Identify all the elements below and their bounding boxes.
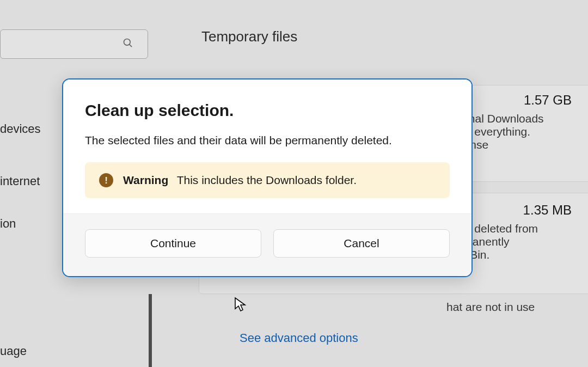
dialog-footer: Continue Cancel [63,213,471,276]
warning-icon: ! [99,173,113,187]
warning-text: This includes the Downloads folder. [177,174,357,186]
continue-button[interactable]: Continue [85,229,261,258]
dialog-body: Clean up selection. The selected files a… [63,79,471,213]
warning-label: Warning [123,174,168,186]
cancel-button[interactable]: Cancel [273,229,450,258]
dialog-message: The selected files and their data will b… [85,134,450,147]
dialog-title: Clean up selection. [85,101,450,120]
cleanup-dialog: Clean up selection. The selected files a… [62,78,473,277]
warning-banner: ! Warning This includes the Downloads fo… [85,162,450,198]
warning-text-wrap: Warning This includes the Downloads fold… [123,174,357,187]
